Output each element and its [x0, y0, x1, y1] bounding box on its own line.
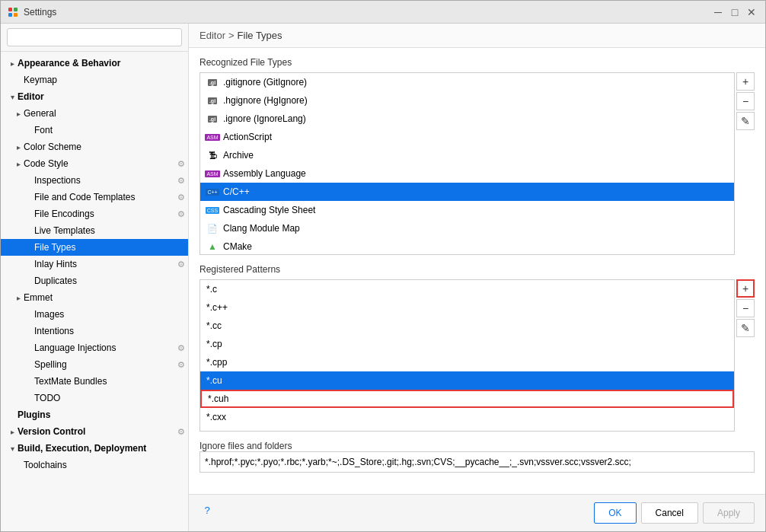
- recognized-section: Recognized File Types .gi .gitignore (Gi…: [199, 57, 755, 255]
- panel-body: Recognized File Types .gi .gitignore (Gi…: [189, 48, 765, 494]
- arrow-icon: [13, 143, 24, 151]
- list-item[interactable]: .gi .ignore (IgnoreLang): [200, 110, 734, 128]
- title-bar: Settings ─ □ ✕: [1, 1, 765, 24]
- ignore-label: Ignore files and folders: [199, 441, 292, 451]
- actionscript-icon: ASM: [206, 131, 219, 143]
- sidebar-item-textmate-bundles[interactable]: TextMate Bundles: [1, 373, 188, 390]
- sidebar-item-file-types[interactable]: File Types: [1, 239, 188, 256]
- settings-icon: ⚙: [177, 343, 185, 353]
- help-button[interactable]: ?: [199, 502, 215, 518]
- sidebar: Appearance & Behavior Keymap Editor Gene…: [1, 24, 189, 531]
- list-item-cpp[interactable]: C++ C/C++: [200, 183, 734, 201]
- ignore-section: Ignore files and folders: [199, 441, 755, 473]
- list-item-cuh[interactable]: *.cuh: [200, 390, 734, 408]
- settings-icon: ⚙: [177, 176, 185, 186]
- breadcrumb: Editor > File Types: [189, 24, 765, 48]
- arrow-icon: [13, 160, 24, 168]
- sidebar-item-toolchains[interactable]: Toolchains: [1, 457, 188, 473]
- breadcrumb-parent: Editor: [199, 30, 225, 41]
- arrow-icon: [13, 294, 24, 302]
- cpp-icon: C++: [206, 186, 219, 198]
- sidebar-item-intentions[interactable]: Intentions: [1, 323, 188, 339]
- registered-edit-button[interactable]: ✎: [736, 319, 755, 337]
- sidebar-item-color-scheme[interactable]: Color Scheme: [1, 139, 188, 155]
- clang-icon: 📄: [206, 222, 219, 234]
- recognized-add-button[interactable]: +: [736, 72, 755, 91]
- list-item-cu[interactable]: *.cu: [200, 371, 734, 390]
- cancel-button[interactable]: Cancel: [641, 502, 698, 524]
- sidebar-item-spelling[interactable]: Spelling ⚙: [1, 356, 188, 373]
- sidebar-item-images[interactable]: Images: [1, 306, 188, 323]
- ignore-input[interactable]: [199, 451, 755, 473]
- registered-list: *.c *.c++ *.cc *.cp: [199, 279, 735, 432]
- search-box: [1, 24, 188, 52]
- sidebar-item-inspections[interactable]: Inspections ⚙: [1, 172, 188, 189]
- sidebar-item-file-code-templates[interactable]: File and Code Templates ⚙: [1, 189, 188, 205]
- ignore-icon: .gi: [206, 113, 219, 125]
- gitignore-icon: .gi: [206, 76, 219, 88]
- list-item[interactable]: .gi .hgignore (HgIgnore): [200, 91, 734, 110]
- settings-icon: ⚙: [177, 209, 185, 219]
- archive-icon: 🗜: [206, 149, 219, 161]
- minimize-button[interactable]: ─: [710, 5, 726, 20]
- sidebar-item-editor[interactable]: Editor: [1, 88, 188, 105]
- sidebar-item-live-templates[interactable]: Live Templates: [1, 222, 188, 239]
- list-item[interactable]: 🗜 Archive: [200, 146, 734, 164]
- sidebar-item-keymap[interactable]: Keymap: [1, 72, 188, 88]
- svg-rect-1: [14, 8, 18, 11]
- sidebar-item-language-injections[interactable]: Language Injections ⚙: [1, 339, 188, 356]
- registered-remove-button[interactable]: −: [736, 299, 755, 317]
- sidebar-item-font[interactable]: Font: [1, 122, 188, 139]
- settings-icon: ⚙: [177, 360, 185, 370]
- registered-add-button[interactable]: +: [736, 279, 755, 298]
- svg-rect-2: [8, 13, 12, 17]
- sidebar-item-todo[interactable]: TODO: [1, 390, 188, 406]
- hgignore-icon: .gi: [206, 94, 219, 107]
- sidebar-item-general[interactable]: General: [1, 105, 188, 122]
- sidebar-item-plugins[interactable]: Plugins: [1, 406, 188, 423]
- sidebar-item-appearance-behavior[interactable]: Appearance & Behavior: [1, 55, 188, 72]
- list-item[interactable]: *.cp: [200, 335, 734, 353]
- maximize-button[interactable]: □: [727, 5, 742, 20]
- apply-button[interactable]: Apply: [703, 502, 755, 524]
- list-item[interactable]: *.cpp: [200, 353, 734, 371]
- sidebar-tree: Appearance & Behavior Keymap Editor Gene…: [1, 52, 188, 531]
- recognized-remove-button[interactable]: −: [736, 92, 755, 110]
- right-panel: Editor > File Types Recognized File Type…: [189, 24, 765, 531]
- list-item[interactable]: *.h: [200, 426, 734, 432]
- list-item[interactable]: 📄 Clang Module Map: [200, 219, 734, 237]
- sidebar-item-file-encodings[interactable]: File Encodings ⚙: [1, 205, 188, 222]
- registered-side-buttons: + − ✎: [736, 279, 755, 432]
- sidebar-item-emmet[interactable]: Emmet: [1, 289, 188, 306]
- sidebar-item-code-style[interactable]: Code Style ⚙: [1, 155, 188, 172]
- list-item[interactable]: ▲ CMake: [200, 237, 734, 255]
- list-item[interactable]: CSS Cascading Style Sheet: [200, 201, 734, 219]
- recognized-side-buttons: + − ✎: [736, 72, 755, 255]
- settings-icon: ⚙: [177, 159, 185, 169]
- list-item[interactable]: *.cc: [200, 317, 734, 335]
- settings-icon: ⚙: [177, 193, 185, 202]
- list-item[interactable]: *.c++: [200, 298, 734, 317]
- ok-button[interactable]: OK: [594, 502, 636, 524]
- window-controls: ─ □ ✕: [710, 5, 759, 20]
- list-item[interactable]: *.cxx: [200, 408, 734, 426]
- window-title: Settings: [24, 7, 710, 18]
- recognized-list: .gi .gitignore (GitIgnore) .gi .hgignore…: [199, 72, 735, 255]
- sidebar-item-version-control[interactable]: Version Control ⚙: [1, 423, 188, 440]
- sidebar-item-duplicates[interactable]: Duplicates: [1, 272, 188, 289]
- sidebar-item-inlay-hints[interactable]: Inlay Hints ⚙: [1, 256, 188, 272]
- list-item[interactable]: ASM Assembly Language: [200, 164, 734, 183]
- recognized-edit-button[interactable]: ✎: [736, 112, 755, 130]
- breadcrumb-separator: >: [228, 30, 235, 41]
- close-button[interactable]: ✕: [744, 5, 759, 20]
- search-input[interactable]: [7, 28, 182, 46]
- app-icon: [7, 6, 19, 18]
- recognized-label: Recognized File Types: [199, 57, 755, 68]
- breadcrumb-current: File Types: [238, 30, 282, 41]
- list-item[interactable]: .gi .gitignore (GitIgnore): [200, 73, 734, 91]
- sidebar-item-build-execution[interactable]: Build, Execution, Deployment: [1, 440, 188, 457]
- list-item[interactable]: *.c: [200, 280, 734, 298]
- arrow-icon: [13, 110, 24, 118]
- list-item[interactable]: ASM ActionScript: [200, 128, 734, 146]
- arrow-icon: [7, 428, 18, 436]
